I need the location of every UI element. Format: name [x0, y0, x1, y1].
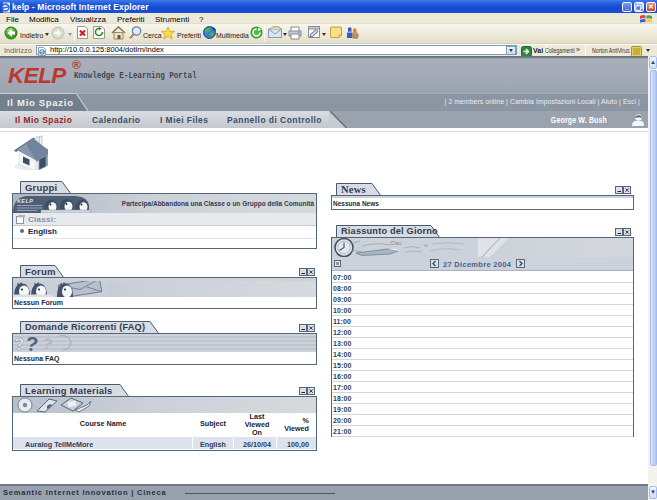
svg-text:w: w: [424, 242, 428, 248]
svg-text:Clau: Clau: [390, 240, 401, 246]
svg-text:?: ?: [41, 334, 54, 352]
svg-text:KELP: KELP: [17, 198, 33, 204]
svg-text:?: ?: [25, 334, 40, 352]
svg-text:?: ?: [14, 335, 24, 353]
